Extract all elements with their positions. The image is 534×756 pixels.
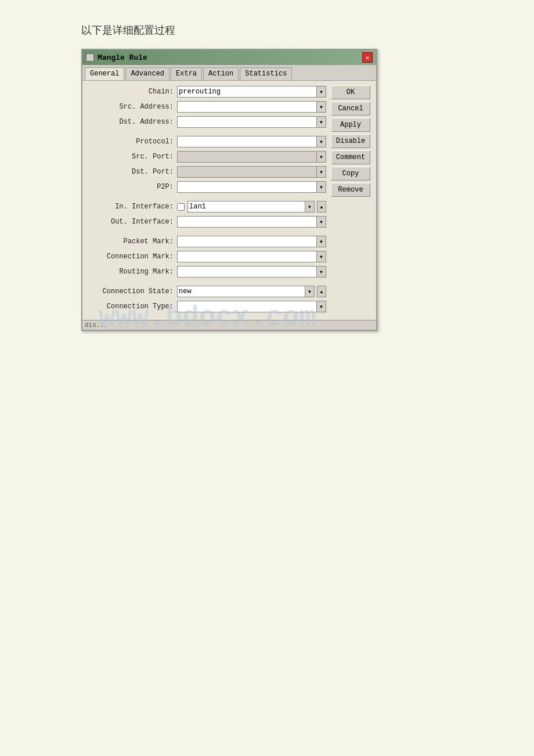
remove-button[interactable]: Remove: [331, 183, 370, 197]
routing-mark-field[interactable]: [177, 266, 317, 278]
mangle-rule-window: Mangle Rule ✕ General Advanced Extra Act…: [81, 49, 377, 331]
disable-button[interactable]: Disable: [331, 134, 370, 148]
connection-mark-dropdown-arrow[interactable]: ▼: [317, 251, 326, 262]
protocol-field[interactable]: [177, 136, 317, 147]
tab-action[interactable]: Action: [203, 67, 239, 80]
packet-mark-dropdown-arrow[interactable]: ▼: [317, 236, 326, 247]
packet-mark-row: Packet Mark: ▼: [87, 235, 326, 248]
dst-port-dropdown-arrow[interactable]: ▼: [317, 166, 326, 178]
connection-type-field[interactable]: [177, 301, 317, 312]
in-interface-field[interactable]: lan1: [187, 201, 305, 213]
dst-port-row: Dst. Port: ▼: [87, 165, 326, 178]
copy-button[interactable]: Copy: [331, 167, 370, 181]
chain-row: Chain: prerouting ▼: [87, 85, 326, 98]
protocol-row: Protocol: ▼: [87, 135, 326, 148]
tab-general[interactable]: General: [85, 67, 124, 80]
p2p-field[interactable]: [177, 181, 317, 193]
form-area: Chain: prerouting ▼ Src. Address:: [87, 85, 326, 315]
dst-address-field[interactable]: [177, 116, 317, 128]
chain-label: Chain:: [87, 88, 177, 96]
connection-mark-row: Connection Mark: ▼: [87, 250, 326, 263]
packet-mark-field[interactable]: [177, 236, 317, 247]
src-port-label: Src. Port:: [87, 153, 177, 161]
tab-advanced[interactable]: Advanced: [125, 67, 169, 80]
window-title: Mangle Rule: [98, 53, 147, 62]
src-address-label: Src. Address:: [87, 103, 177, 111]
in-interface-label: In. Interface:: [87, 203, 177, 211]
buttons-area: OK Cancel Apply Disable Comment Copy Rem…: [331, 85, 371, 315]
routing-mark-dropdown-arrow[interactable]: ▼: [317, 266, 326, 278]
p2p-dropdown-arrow[interactable]: ▼: [317, 181, 326, 193]
dst-address-label: Dst. Address:: [87, 118, 177, 126]
cancel-button[interactable]: Cancel: [331, 102, 370, 116]
p2p-row: P2P: ▼: [87, 181, 326, 193]
out-interface-label: Out. Interface:: [87, 218, 177, 226]
in-interface-checkbox[interactable]: [177, 203, 185, 211]
in-interface-up-arrow[interactable]: ▲: [317, 201, 326, 213]
connection-type-label: Connection Type:: [87, 303, 177, 311]
connection-mark-field[interactable]: [177, 251, 317, 262]
connection-state-field[interactable]: new: [177, 286, 305, 297]
src-address-field[interactable]: [177, 101, 317, 113]
tab-statistics[interactable]: Statistics: [240, 67, 292, 80]
dst-address-dropdown-arrow[interactable]: ▼: [317, 116, 326, 128]
connection-state-dropdown-arrow[interactable]: ▼: [305, 286, 315, 297]
out-interface-row: Out. Interface: ▼: [87, 215, 326, 228]
src-port-dropdown-arrow[interactable]: ▼: [317, 151, 326, 163]
in-interface-dropdown-arrow[interactable]: ▼: [305, 201, 315, 213]
in-interface-row: In. Interface: lan1 ▼ ▲: [87, 200, 326, 213]
dst-address-row: Dst. Address: ▼: [87, 116, 326, 128]
title-bar: Mangle Rule ✕: [82, 50, 376, 65]
src-port-field[interactable]: [177, 151, 317, 163]
chain-field[interactable]: prerouting: [177, 86, 317, 98]
connection-state-up-arrow[interactable]: ▲: [317, 286, 326, 297]
apply-button[interactable]: Apply: [331, 118, 370, 132]
tab-bar: General Advanced Extra Action Statistics: [82, 65, 376, 81]
connection-mark-label: Connection Mark:: [87, 253, 177, 261]
window-body: Chain: prerouting ▼ Src. Address:: [82, 81, 376, 320]
ok-button[interactable]: OK: [331, 85, 370, 99]
routing-mark-label: Routing Mark:: [87, 268, 177, 276]
status-bar: dis...: [82, 320, 376, 330]
p2p-label: P2P:: [87, 183, 177, 191]
routing-mark-row: Routing Mark: ▼: [87, 265, 326, 278]
src-address-row: Src. Address: ▼: [87, 100, 326, 113]
page-title: 以下是详细配置过程: [81, 23, 511, 37]
tab-extra[interactable]: Extra: [171, 67, 202, 80]
dst-port-field[interactable]: [177, 166, 317, 178]
out-interface-field[interactable]: [177, 216, 317, 228]
chain-dropdown-arrow[interactable]: ▼: [317, 86, 326, 98]
src-address-dropdown-arrow[interactable]: ▼: [317, 101, 326, 113]
dst-port-label: Dst. Port:: [87, 168, 177, 176]
src-port-row: Src. Port: ▼: [87, 150, 326, 163]
comment-button[interactable]: Comment: [331, 150, 370, 164]
protocol-label: Protocol:: [87, 138, 177, 146]
window-icon: [86, 53, 94, 62]
connection-state-row: Connection State: new ▼ ▲: [87, 285, 326, 298]
connection-state-label: Connection State:: [87, 287, 177, 296]
out-interface-dropdown-arrow[interactable]: ▼: [317, 216, 326, 228]
packet-mark-label: Packet Mark:: [87, 237, 177, 246]
connection-type-dropdown-arrow[interactable]: ▼: [317, 301, 326, 312]
connection-type-row: Connection Type: ▼: [87, 300, 326, 313]
close-button[interactable]: ✕: [362, 52, 373, 63]
protocol-dropdown-arrow[interactable]: ▼: [317, 136, 326, 147]
